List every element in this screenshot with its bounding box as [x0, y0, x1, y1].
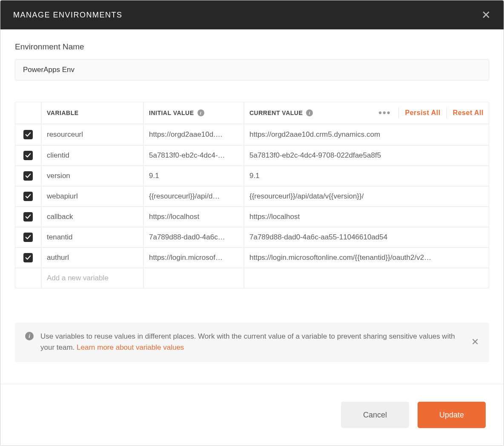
variable-name: webapiurl [47, 192, 78, 201]
new-variable-input[interactable]: Add a new variable [42, 268, 144, 288]
initial-value: https://localhost [149, 213, 199, 221]
variable-name-cell[interactable]: resourceurl [42, 124, 144, 145]
variable-name-cell[interactable]: webapiurl [42, 187, 144, 206]
separator [447, 107, 447, 118]
col-header-current: CURRENT VALUE i ••• Persist All Reset Al… [244, 102, 489, 124]
variable-name: tenantid [47, 233, 73, 242]
initial-value: 9.1 [149, 172, 159, 180]
table-row: authurlhttps://login.microsof…https://lo… [15, 247, 489, 268]
initial-value: https://login.microsof… [149, 253, 223, 262]
current-value-cell[interactable]: 7a789d88-dad0-4a6c-aa55-11046610ad54 [244, 227, 489, 247]
initial-value-cell[interactable]: https://localhost [144, 207, 244, 227]
row-checkbox-cell [15, 146, 42, 165]
initial-value: 5a7813f0-eb2c-4dc4-… [149, 151, 225, 160]
banner-message: Use variables to reuse values in differe… [40, 331, 460, 354]
variable-name: resourceurl [47, 130, 83, 139]
new-variable-placeholder: Add a new variable [47, 274, 109, 282]
col-header-enabled [15, 102, 42, 124]
separator [398, 107, 399, 118]
update-button[interactable]: Update [418, 402, 486, 428]
new-current-input[interactable] [244, 268, 489, 288]
initial-value-cell[interactable]: https://login.microsof… [144, 248, 244, 268]
initial-value: 7a789d88-dad0-4a6c… [149, 233, 225, 242]
variable-name-cell[interactable]: clientid [42, 146, 144, 165]
table-header: VARIABLE INITIAL VALUE i CURRENT VALUE i… [15, 102, 489, 124]
cancel-button[interactable]: Cancel [341, 402, 409, 428]
table-row: clientid5a7813f0-eb2c-4dc4-…5a7813f0-eb2… [15, 145, 489, 165]
row-enabled-checkbox[interactable] [23, 253, 33, 262]
col-header-initial: INITIAL VALUE i [144, 102, 244, 124]
row-checkbox-cell [15, 248, 42, 268]
current-value: 9.1 [249, 172, 260, 180]
row-checkbox-cell [15, 227, 42, 247]
variable-name-cell[interactable]: tenantid [42, 227, 144, 247]
close-icon[interactable]: ✕ [471, 335, 479, 349]
current-value: 7a789d88-dad0-4a6c-aa55-11046610ad54 [249, 233, 387, 242]
table-row: tenantid7a789d88-dad0-4a6c…7a789d88-dad0… [15, 227, 489, 247]
variable-name: clientid [47, 151, 69, 160]
modal-header: MANAGE ENVIRONMENTS ✕ [0, 0, 504, 29]
more-options-icon[interactable]: ••• [377, 107, 392, 118]
variable-name: authurl [47, 253, 69, 262]
new-initial-input[interactable] [144, 268, 244, 288]
col-header-variable-label: VARIABLE [47, 109, 79, 116]
modal-title: MANAGE ENVIRONMENTS [13, 11, 123, 20]
col-header-variable: VARIABLE [42, 102, 144, 124]
row-checkbox-cell [15, 124, 42, 145]
env-name-label: Environment Name [15, 42, 489, 52]
table-row: version9.19.1 [15, 165, 489, 186]
info-icon: i [25, 332, 34, 340]
initial-value: https://orgd2aae10d.… [149, 130, 223, 139]
current-value: https://orgd2aae10d.crm5.dynamics.com [249, 130, 380, 139]
info-banner: i Use variables to reuse values in diffe… [15, 322, 489, 362]
modal-footer: Cancel Update [0, 384, 504, 446]
current-value-cell[interactable]: https://login.microsoftonline.com/{{tena… [244, 248, 489, 268]
close-icon[interactable]: ✕ [481, 9, 491, 20]
variable-name: callback [47, 213, 73, 221]
initial-value-cell[interactable]: {{resourceurl}}/api/d… [144, 187, 244, 206]
row-checkbox-cell [15, 187, 42, 206]
col-header-initial-label: INITIAL VALUE [149, 109, 194, 116]
current-value-cell[interactable]: https://orgd2aae10d.crm5.dynamics.com [244, 124, 489, 145]
initial-value-cell[interactable]: 5a7813f0-eb2c-4dc4-… [144, 146, 244, 165]
variable-name: version [47, 172, 70, 180]
row-enabled-checkbox[interactable] [23, 151, 33, 160]
initial-value: {{resourceurl}}/api/d… [149, 192, 220, 201]
initial-value-cell[interactable]: 9.1 [144, 166, 244, 186]
info-icon[interactable]: i [306, 109, 313, 116]
persist-all-link[interactable]: Persist All [405, 109, 440, 117]
initial-value-cell[interactable]: https://orgd2aae10d.… [144, 124, 244, 145]
env-name-input[interactable] [15, 59, 489, 81]
current-value-cell[interactable]: https://localhost [244, 207, 489, 227]
initial-value-cell[interactable]: 7a789d88-dad0-4a6c… [144, 227, 244, 247]
current-value: https://login.microsoftonline.com/{{tena… [249, 253, 431, 262]
table-header-actions: ••• Persist All Reset All [377, 107, 484, 118]
reset-all-link[interactable]: Reset All [453, 109, 484, 117]
col-header-current-label: CURRENT VALUE [249, 109, 303, 116]
modal-overlay: MANAGE ENVIRONMENTS ✕ Environment Name V… [0, 0, 504, 446]
current-value-cell[interactable]: {{resourceurl}}/api/data/v{{version}}/ [244, 187, 489, 206]
row-enabled-checkbox[interactable] [23, 130, 33, 139]
table-row: callbackhttps://localhosthttps://localho… [15, 206, 489, 227]
row-checkbox-cell [15, 207, 42, 227]
info-icon[interactable]: i [198, 109, 204, 116]
variables-table: VARIABLE INITIAL VALUE i CURRENT VALUE i… [15, 102, 489, 288]
current-value: https://localhost [249, 213, 300, 221]
table-row-new: Add a new variable [15, 268, 489, 288]
variable-name-cell[interactable]: version [42, 166, 144, 186]
modal-body: Environment Name VARIABLE INITIAL VALUE … [0, 29, 504, 384]
current-value: 5a7813f0-eb2c-4dc4-9708-022dfae5a8f5 [249, 151, 381, 160]
learn-more-link[interactable]: Learn more about variable values [77, 343, 184, 351]
current-value-cell[interactable]: 9.1 [244, 166, 489, 186]
row-enabled-checkbox[interactable] [23, 171, 33, 181]
table-row: resourceurlhttps://orgd2aae10d.…https://… [15, 124, 489, 145]
variable-name-cell[interactable]: authurl [42, 248, 144, 268]
new-row-checkbox-placeholder [15, 268, 42, 288]
current-value: {{resourceurl}}/api/data/v{{version}}/ [249, 192, 364, 201]
variable-name-cell[interactable]: callback [42, 207, 144, 227]
row-enabled-checkbox[interactable] [23, 212, 33, 222]
current-value-cell[interactable]: 5a7813f0-eb2c-4dc4-9708-022dfae5a8f5 [244, 146, 489, 165]
row-enabled-checkbox[interactable] [23, 233, 33, 242]
row-enabled-checkbox[interactable] [23, 192, 33, 201]
table-row: webapiurl{{resourceurl}}/api/d…{{resourc… [15, 186, 489, 206]
